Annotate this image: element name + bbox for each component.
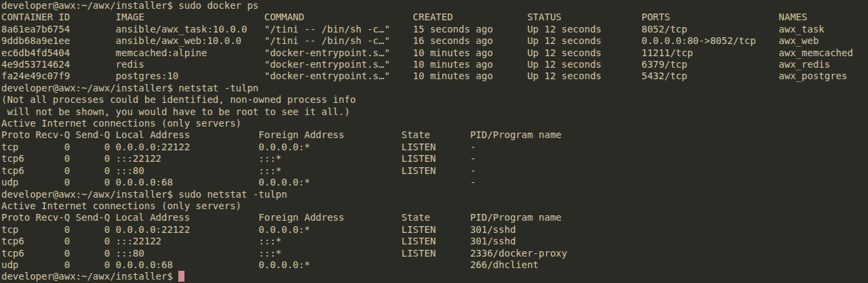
terminal-line: tcp6 0 0 :::80 :::* LISTEN - — [1, 165, 868, 177]
terminal-cursor — [178, 271, 184, 282]
terminal-line: Proto Recv-Q Send-Q Local Address Foreig… — [1, 212, 868, 223]
terminal-line: developer@awx:~/awx/installer$ netstat -… — [1, 83, 868, 94]
terminal-window[interactable]: developer@awx:~/awx/installer$ sudo dock… — [0, 0, 868, 283]
terminal-line: 8a61ea7b6754 ansible/awx_task:10.0.0 "/t… — [1, 24, 868, 35]
terminal-line: will not be shown, you would have to be … — [1, 106, 868, 118]
terminal-line: tcp6 0 0 :::22122 :::* LISTEN - — [1, 153, 868, 165]
terminal-line: tcp6 0 0 :::22122 :::* LISTEN 301/sshd — [1, 236, 868, 247]
terminal-line: CONTAINER ID IMAGE COMMAND CREATED STATU… — [1, 12, 868, 23]
terminal-line: 4e9d53714624 redis "docker-entrypoint.s…… — [1, 59, 868, 70]
terminal-line: Active Internet connections (only server… — [1, 200, 868, 212]
terminal-line: ec6db4fd5404 memcached:alpine "docker-en… — [1, 47, 868, 59]
terminal-line: Active Internet connections (only server… — [1, 118, 868, 129]
terminal-output: developer@awx:~/awx/installer$ sudo dock… — [0, 0, 868, 283]
terminal-line: developer@awx:~/awx/installer$ — [1, 271, 868, 282]
terminal-line: (Not all processes could be identified, … — [1, 94, 868, 106]
terminal-line: 9ddb68a9e1ee ansible/awx_web:10.0.0 "/ti… — [1, 35, 868, 47]
terminal-line: tcp 0 0 0.0.0.0:22122 0.0.0.0:* LISTEN 3… — [1, 224, 868, 236]
terminal-line: Proto Recv-Q Send-Q Local Address Foreig… — [1, 129, 868, 141]
terminal-line: udp 0 0 0.0.0.0:68 0.0.0.0:* 266/dhclien… — [1, 259, 868, 271]
terminal-line: developer@awx:~/awx/installer$ sudo nets… — [1, 189, 868, 200]
terminal-line: udp 0 0 0.0.0.0:68 0.0.0.0:* - — [1, 177, 868, 188]
terminal-line: developer@awx:~/awx/installer$ sudo dock… — [1, 0, 868, 12]
terminal-line: fa24e49c07f9 postgres:10 "docker-entrypo… — [1, 70, 868, 82]
terminal-line: tcp 0 0 0.0.0.0:22122 0.0.0.0:* LISTEN - — [1, 142, 868, 153]
terminal-line: tcp6 0 0 :::80 :::* LISTEN 2336/docker-p… — [1, 248, 868, 259]
